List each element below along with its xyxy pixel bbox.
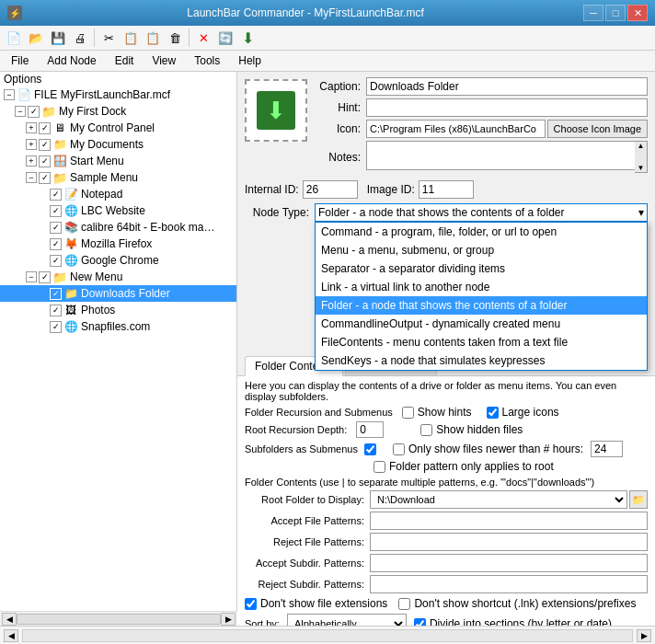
- cut-button[interactable]: ✂: [98, 28, 119, 48]
- h-scrollbar[interactable]: [17, 614, 221, 625]
- firefox-checkbox[interactable]: ✓: [50, 238, 62, 250]
- option-sendkeys[interactable]: SendKeys - a node that simulates keypres…: [316, 351, 647, 370]
- large-icons-check[interactable]: [487, 407, 499, 419]
- option-menu[interactable]: Menu - a menu, submenu, or group: [316, 241, 647, 259]
- choose-icon-button[interactable]: Choose Icon Image: [547, 120, 648, 138]
- only-newer-check[interactable]: [393, 443, 405, 455]
- option-filecontents[interactable]: FileContents - menu contents taken from …: [316, 333, 647, 351]
- minimize-button[interactable]: ─: [583, 5, 603, 21]
- left-panel[interactable]: Options − 📄 FILE MyFirstLaunchBar.mcf − …: [0, 72, 237, 626]
- node-type-dropdown-list[interactable]: Command - a program, file, folder, or ur…: [315, 222, 648, 371]
- menu-add-node[interactable]: Add Node: [40, 52, 103, 69]
- tree-sample-menu[interactable]: − ✓ 📁 Sample Menu: [0, 169, 236, 186]
- new-menu-checkbox[interactable]: ✓: [39, 271, 51, 283]
- snap-checkbox[interactable]: ✓: [50, 321, 62, 333]
- expand-icon[interactable]: −: [4, 89, 15, 100]
- notepad-checkbox[interactable]: ✓: [50, 189, 62, 201]
- menu-tools[interactable]: Tools: [187, 52, 227, 69]
- option-cmdline[interactable]: CommandlineOutput - dynamically created …: [316, 315, 647, 333]
- tree-root[interactable]: − 📄 FILE MyFirstLaunchBar.mcf: [0, 86, 236, 103]
- depth-input[interactable]: [356, 421, 384, 438]
- close-button[interactable]: ✕: [627, 5, 648, 21]
- paste-button[interactable]: 📋: [143, 28, 163, 48]
- calibre-checkbox[interactable]: ✓: [50, 222, 62, 234]
- notes-scroll-down[interactable]: ▼: [635, 164, 647, 172]
- accept-subdir-input[interactable]: [370, 554, 648, 572]
- expand-cp-icon[interactable]: +: [26, 122, 37, 133]
- left-panel-scrollbar[interactable]: ◀ ▶: [0, 611, 237, 626]
- open-button[interactable]: 📂: [26, 28, 46, 48]
- caption-input[interactable]: [366, 77, 648, 96]
- accept-file-input[interactable]: [370, 512, 648, 530]
- hint-input[interactable]: [366, 98, 648, 117]
- chrome-checkbox[interactable]: ✓: [50, 255, 62, 267]
- docs-checkbox[interactable]: ✓: [39, 139, 51, 151]
- pattern-only-check[interactable]: [373, 461, 385, 473]
- maximize-button[interactable]: □: [605, 5, 626, 21]
- notes-scroll-up[interactable]: ▲: [635, 142, 647, 150]
- notes-input[interactable]: [366, 141, 648, 170]
- cp-checkbox[interactable]: ✓: [39, 122, 51, 134]
- show-hidden-check[interactable]: [420, 424, 432, 436]
- image-id-input[interactable]: [419, 180, 474, 199]
- scroll-right-btn[interactable]: ▶: [221, 613, 236, 626]
- refresh-button[interactable]: 🔄: [215, 28, 236, 48]
- node-type-dropdown-container[interactable]: Folder - a node that shows the contents …: [315, 203, 648, 222]
- tree-firefox[interactable]: ✓ 🦊 Mozilla Firefox: [0, 236, 236, 252]
- reject-subdir-input[interactable]: [370, 575, 648, 593]
- save-button[interactable]: 💾: [48, 28, 68, 48]
- new-button[interactable]: 📄: [4, 28, 24, 48]
- notes-scrollbar[interactable]: ▲ ▼: [635, 141, 648, 173]
- extra-btn1[interactable]: ⬇: [237, 28, 258, 48]
- delete-button[interactable]: 🗑: [165, 28, 185, 48]
- dont-show-ext-check[interactable]: [245, 598, 257, 610]
- tree-photos[interactable]: ✓ 🖼 Photos: [0, 302, 236, 318]
- tree-chrome[interactable]: ✓ 🌐 Google Chrome: [0, 252, 236, 269]
- sample-checkbox[interactable]: ✓: [39, 172, 51, 184]
- menu-edit[interactable]: Edit: [108, 52, 142, 69]
- show-hints-check[interactable]: [402, 407, 414, 419]
- expand-docs-icon[interactable]: +: [26, 139, 37, 150]
- tree-lbc-website[interactable]: ✓ 🌐 LBC Website: [0, 202, 236, 219]
- expand-dock-icon[interactable]: −: [15, 106, 26, 117]
- browse-folder-button[interactable]: 📁: [629, 490, 648, 509]
- internal-id-input[interactable]: [303, 180, 358, 199]
- expand-new-icon[interactable]: −: [26, 271, 37, 282]
- menu-view[interactable]: View: [144, 52, 183, 69]
- print-button[interactable]: 🖨: [70, 28, 90, 48]
- tree-notepad[interactable]: ✓ 📝 Notepad: [0, 186, 236, 202]
- icon-path-input[interactable]: [366, 120, 546, 138]
- option-command[interactable]: Command - a program, file, folder, or ur…: [316, 223, 647, 241]
- dl-checkbox[interactable]: ✓: [50, 288, 62, 300]
- status-scroll-left[interactable]: ◀: [4, 629, 18, 642]
- tree-new-menu[interactable]: − ✓ 📁 New Menu: [0, 269, 236, 285]
- menu-file[interactable]: File: [4, 52, 36, 69]
- subfolders-check[interactable]: [364, 443, 376, 455]
- tree-calibre[interactable]: ✓ 📚 calibre 64bit - E-book manageme...: [0, 219, 236, 236]
- option-separator[interactable]: Separator - a separator dividing items: [316, 259, 647, 278]
- hours-input[interactable]: [591, 441, 623, 457]
- tree-snapfiles[interactable]: ✓ 🌐 Snapfiles.com: [0, 318, 236, 335]
- node-type-dropdown-btn[interactable]: Folder - a node that shows the contents …: [315, 203, 648, 222]
- option-link[interactable]: Link - a virtual link to another node: [316, 278, 647, 296]
- root-folder-select[interactable]: N:\Download: [370, 490, 627, 509]
- dock-checkbox[interactable]: ✓: [28, 106, 40, 118]
- lbc-checkbox[interactable]: ✓: [50, 205, 62, 217]
- tree-start-menu[interactable]: + ✓ 🪟 Start Menu: [0, 153, 236, 169]
- tree-control-panel[interactable]: + ✓ 🖥 My Control Panel: [0, 120, 236, 136]
- menu-help[interactable]: Help: [231, 52, 269, 69]
- divide-sections-check[interactable]: [414, 618, 426, 627]
- expand-start-icon[interactable]: +: [26, 155, 37, 167]
- cancel-button[interactable]: ✕: [193, 28, 213, 48]
- status-scrollbar[interactable]: [22, 629, 633, 642]
- option-folder[interactable]: Folder - a node that shows the contents …: [316, 296, 647, 315]
- copy-button[interactable]: 📋: [121, 28, 141, 48]
- tree-dock[interactable]: − ✓ 📁 My First Dock: [0, 103, 236, 120]
- expand-sample-icon[interactable]: −: [26, 172, 37, 183]
- tree-downloads-folder[interactable]: ✓ 📁 Downloads Folder: [0, 285, 236, 302]
- photos-checkbox[interactable]: ✓: [50, 305, 62, 316]
- status-scroll-right[interactable]: ▶: [637, 629, 651, 642]
- reject-file-input[interactable]: [370, 533, 648, 551]
- scroll-left-btn[interactable]: ◀: [2, 613, 17, 626]
- dont-show-shortcut-check[interactable]: [398, 598, 410, 610]
